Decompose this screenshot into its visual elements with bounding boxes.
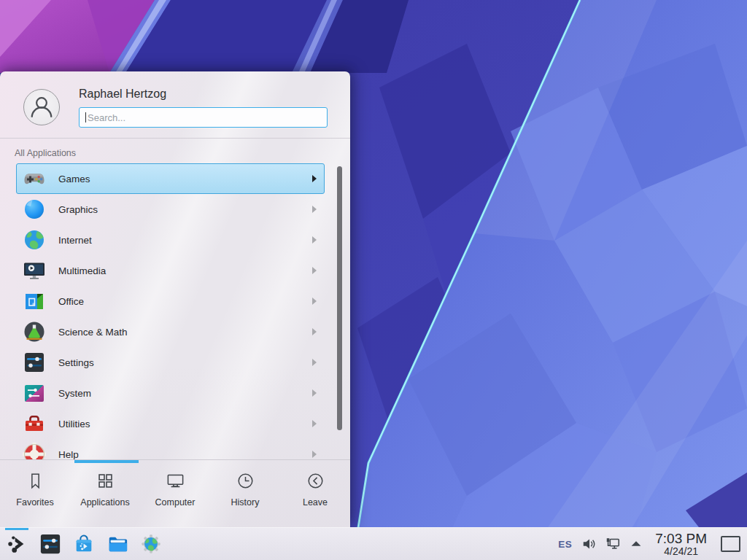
computer-icon <box>166 471 185 491</box>
clock-time: 7:03 PM <box>655 531 707 546</box>
tab-label: Applications <box>80 497 129 508</box>
submenu-arrow-icon <box>312 359 317 366</box>
science-math-icon <box>23 320 46 343</box>
app-category-list: Games Graphics Internet Multi <box>0 163 350 460</box>
taskbar: ES 7:03 PM 4/24/21 <box>0 527 747 560</box>
utilities-icon <box>23 412 46 435</box>
digital-clock[interactable]: 7:03 PM 4/24/21 <box>654 531 708 557</box>
tab-label: Favorites <box>16 497 53 508</box>
submenu-arrow-icon <box>312 267 317 274</box>
graphics-icon <box>23 198 46 221</box>
application-launcher-menu: Raphael Hertzog All Applications Games <box>0 71 350 527</box>
show-desktop-button[interactable] <box>721 536 740 552</box>
category-row[interactable]: Multimedia <box>16 255 325 286</box>
submenu-arrow-icon <box>312 389 317 397</box>
system-icon <box>23 381 46 405</box>
category-row[interactable]: System <box>16 378 325 408</box>
multimedia-icon <box>23 259 46 282</box>
submenu-arrow-icon <box>312 298 317 305</box>
expand-arrow-icon <box>628 536 644 552</box>
category-row[interactable]: Office <box>16 286 325 316</box>
user-avatar[interactable] <box>23 89 60 125</box>
tab-computer[interactable]: Computer <box>140 460 210 527</box>
system-settings-icon <box>39 533 61 555</box>
volume-icon <box>581 536 597 552</box>
history-icon <box>236 471 255 491</box>
category-label: System <box>58 388 91 399</box>
network-button[interactable] <box>605 536 621 552</box>
file-manager-icon <box>107 533 128 555</box>
leave-icon <box>306 471 325 491</box>
tab-label: Leave <box>303 497 328 508</box>
search-input[interactable] <box>79 107 328 128</box>
category-label: Office <box>58 296 84 307</box>
tab-label: Computer <box>155 497 196 508</box>
category-row[interactable]: Graphics <box>16 194 325 225</box>
category-label: Help <box>58 449 79 460</box>
scrollbar-thumb[interactable] <box>337 166 342 430</box>
category-row[interactable]: Science & Math <box>16 316 325 347</box>
discover-button[interactable] <box>73 528 95 560</box>
tab-label: History <box>231 497 260 508</box>
category-label: Utilities <box>58 419 90 429</box>
submenu-arrow-icon <box>312 451 317 458</box>
settings-icon <box>23 351 46 374</box>
keyboard-layout-indicator[interactable]: ES <box>558 539 572 550</box>
submenu-arrow-icon <box>312 206 317 213</box>
section-label: All Applications <box>15 148 350 159</box>
category-row[interactable]: Games <box>16 163 325 194</box>
submenu-arrow-icon <box>312 420 317 427</box>
system-tray: ES 7:03 PM 4/24/21 <box>558 528 747 560</box>
applications-icon <box>96 471 115 491</box>
text-caret <box>85 112 86 122</box>
application-launcher-button[interactable] <box>6 528 28 560</box>
favorites-icon <box>26 471 45 491</box>
category-label: Internet <box>58 235 92 246</box>
office-icon <box>23 289 46 313</box>
desktop: Raphael Hertzog All Applications Games <box>0 0 747 560</box>
tab-leave[interactable]: Leave <box>280 460 350 527</box>
launcher-header: Raphael Hertzog <box>0 71 350 139</box>
footer-tab-bar: Favorites Applications Computer History <box>0 459 350 527</box>
help-icon <box>23 443 46 460</box>
category-row[interactable]: Internet <box>16 225 325 255</box>
search-field-wrap <box>79 107 328 128</box>
active-tab-indicator <box>74 460 139 463</box>
taskbar-launchers <box>0 528 162 560</box>
category-row[interactable]: Help <box>16 439 325 460</box>
tray-icons <box>581 536 644 552</box>
tab-history[interactable]: History <box>210 460 280 527</box>
tray-expand-button[interactable] <box>628 536 644 552</box>
submenu-arrow-icon <box>312 236 317 244</box>
category-label: Graphics <box>58 204 98 215</box>
file-manager-button[interactable] <box>107 528 128 560</box>
user-icon <box>26 91 58 123</box>
user-name: Raphael Hertzog <box>79 88 328 101</box>
tab-favorites[interactable]: Favorites <box>0 460 70 527</box>
network-icon <box>605 536 621 552</box>
kde-launcher-icon <box>6 533 28 555</box>
category-label: Settings <box>58 357 94 368</box>
category-row[interactable]: Settings <box>16 347 325 378</box>
tab-applications[interactable]: Applications <box>70 460 140 527</box>
category-label: Multimedia <box>58 265 106 276</box>
submenu-arrow-icon <box>312 175 317 182</box>
clock-date: 4/24/21 <box>664 546 698 557</box>
internet-icon <box>23 228 46 252</box>
discover-icon <box>73 533 95 555</box>
submenu-arrow-icon <box>312 328 317 335</box>
web-browser-button[interactable] <box>140 528 162 560</box>
games-icon <box>23 167 46 190</box>
system-settings-button[interactable] <box>39 528 61 560</box>
category-row[interactable]: Utilities <box>16 408 325 439</box>
category-label: Science & Math <box>58 327 128 338</box>
volume-button[interactable] <box>581 536 597 552</box>
category-label: Games <box>58 174 90 184</box>
web-browser-icon <box>140 533 162 555</box>
